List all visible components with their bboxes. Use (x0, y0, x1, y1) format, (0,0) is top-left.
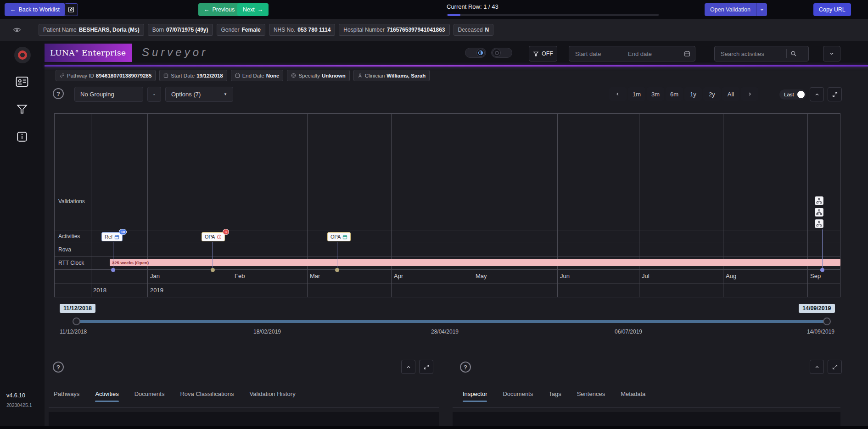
range-2y-button[interactable]: 2y (703, 87, 721, 101)
funnel-icon (16, 103, 28, 115)
tab-validation-history[interactable]: Validation History (249, 390, 295, 397)
axis-dot-opa1[interactable] (211, 268, 215, 272)
bottom-edge-strip (0, 426, 868, 429)
tab-activities[interactable]: Activities (95, 390, 118, 397)
opa-count-badge: 1 (223, 229, 229, 235)
axis-dot-referral[interactable] (111, 268, 115, 272)
open-validation-menu-button[interactable] (756, 3, 767, 16)
search-icon[interactable] (790, 50, 797, 57)
panel-help-icon[interactable]: ? (460, 362, 471, 373)
sidebar-item-patient-card[interactable] (13, 73, 31, 90)
start-date-input[interactable] (569, 46, 625, 61)
range-6m-button[interactable]: 6m (666, 87, 683, 101)
grouping-select[interactable]: No Grouping (74, 87, 143, 102)
activity-opa-badge-2[interactable]: OPA (327, 232, 351, 241)
patient-bar: Patient NameBESHEARS, Dorla (Ms) Born07/… (0, 19, 868, 41)
timeline-expand-button[interactable] (828, 87, 842, 101)
axis-month: Sep (810, 273, 821, 279)
tab-pathways[interactable]: Pathways (54, 390, 79, 397)
grid-vline (147, 114, 148, 297)
tab-inspector[interactable]: Inspector (463, 390, 487, 397)
grid-vline (91, 114, 91, 297)
previous-button[interactable]: ← Previous (198, 3, 240, 16)
validation-node-icon[interactable] (815, 219, 823, 228)
deceased-field: DeceasedN (454, 24, 494, 36)
range-slider-handle-right[interactable] (823, 318, 831, 325)
divider (786, 49, 787, 58)
theme-toggle[interactable] (491, 48, 512, 58)
brand-accent-line (45, 65, 868, 67)
open-validation-button[interactable]: Open Validation (705, 3, 756, 16)
panel-collapse-button[interactable] (401, 360, 415, 374)
hospital-number-field: Hospital Number7165765397941041863 (339, 24, 449, 36)
slider-tick: 18/02/2019 (253, 329, 281, 335)
tab-documents[interactable]: Documents (134, 390, 165, 397)
activity-opa-badge-1[interactable]: OPA 1 (202, 232, 225, 241)
panel-help-icon[interactable]: ? (53, 362, 64, 373)
options-dropdown[interactable]: Options (7) ▼ (165, 87, 233, 102)
axis-dot-opa2[interactable] (335, 268, 339, 272)
copy-url-button[interactable]: Copy URL (813, 3, 851, 16)
range-slider-handle-left[interactable] (73, 318, 80, 325)
end-date-input[interactable] (625, 46, 674, 61)
calendar-icon[interactable] (684, 50, 690, 57)
edit-button[interactable] (64, 3, 78, 16)
current-row-scrollbar-thumb[interactable] (448, 14, 460, 16)
app-record-logo-icon[interactable] (14, 47, 31, 63)
axis-dot-validation[interactable] (820, 268, 824, 272)
nhs-no-field: NHS No.053 780 1114 (269, 24, 335, 36)
range-1m-button[interactable]: 1m (628, 87, 645, 101)
sidebar-item-info[interactable] (13, 128, 31, 145)
chevron-up-icon (406, 364, 411, 370)
clinician-icon (358, 73, 363, 78)
range-3m-button[interactable]: 3m (647, 87, 664, 101)
range-all-button[interactable]: All (722, 87, 739, 101)
eye-icon[interactable] (12, 26, 22, 33)
last-toggle[interactable]: Last (779, 89, 806, 100)
range-1y-button[interactable]: 1y (684, 87, 702, 101)
tab-documents[interactable]: Documents (503, 390, 533, 397)
pathway-id-field: Pathway ID8946180701389079285 (56, 70, 156, 81)
next-button[interactable]: Next → (237, 3, 269, 16)
born-field: Born07/07/1975 (49y) (148, 24, 213, 36)
collapse-groups-button[interactable]: - (147, 87, 161, 102)
grid-hline (55, 256, 840, 256)
pan-left-button[interactable] (609, 87, 627, 101)
tab-rova-classifications[interactable]: Rova Classifications (180, 390, 234, 397)
timeline-grid[interactable]: Validations Activities Rova RTT Clock 32… (54, 113, 840, 297)
search-activities-input[interactable] (715, 46, 786, 61)
back-to-worklist-button[interactable]: ← Back to Worklist (5, 3, 65, 16)
activity-referral-badge[interactable]: Ref 10 (101, 232, 123, 241)
tab-sentences[interactable]: Sentences (577, 390, 605, 397)
chevron-up-icon (814, 364, 820, 370)
sidebar-item-filter[interactable] (13, 100, 31, 118)
pathway-clinician-field: ClinicianWilliams, Sarah (353, 70, 430, 81)
validation-node-icon[interactable] (815, 208, 823, 217)
grid-vline (723, 114, 723, 297)
current-row-scrollbar[interactable] (447, 14, 659, 16)
specialty-icon (291, 73, 296, 78)
axis-year: 2019 (150, 287, 163, 294)
range-slider-track[interactable] (76, 320, 830, 323)
panel-expand-button[interactable] (828, 360, 842, 374)
tab-tags[interactable]: Tags (549, 390, 561, 397)
contrast-toggle-knob (476, 49, 485, 57)
grid-vline (391, 114, 392, 297)
grid-hline (55, 284, 840, 284)
contrast-toggle[interactable] (465, 48, 486, 58)
panel-collapse-button[interactable] (810, 360, 824, 374)
timeline-collapse-button[interactable] (810, 87, 824, 101)
axis-month: Aug (726, 273, 736, 279)
header-collapse-button[interactable] (823, 46, 840, 61)
tab-metadata[interactable]: Metadata (621, 390, 645, 397)
grid-vline (639, 114, 639, 297)
row-label-rtt-clock: RTT Clock (58, 260, 84, 266)
pan-right-button[interactable] (741, 87, 758, 101)
timeline-help-icon[interactable]: ? (53, 88, 64, 99)
panel-expand-button[interactable] (419, 360, 433, 374)
rtt-clock-bar[interactable]: 325 weeks (Open) (110, 259, 840, 266)
slider-tick: 14/09/2019 (807, 329, 834, 335)
filter-off-button[interactable]: OFF (529, 46, 557, 61)
pathway-specialty-field: SpecialtyUnknown (287, 70, 349, 81)
validation-node-icon[interactable] (815, 196, 823, 205)
